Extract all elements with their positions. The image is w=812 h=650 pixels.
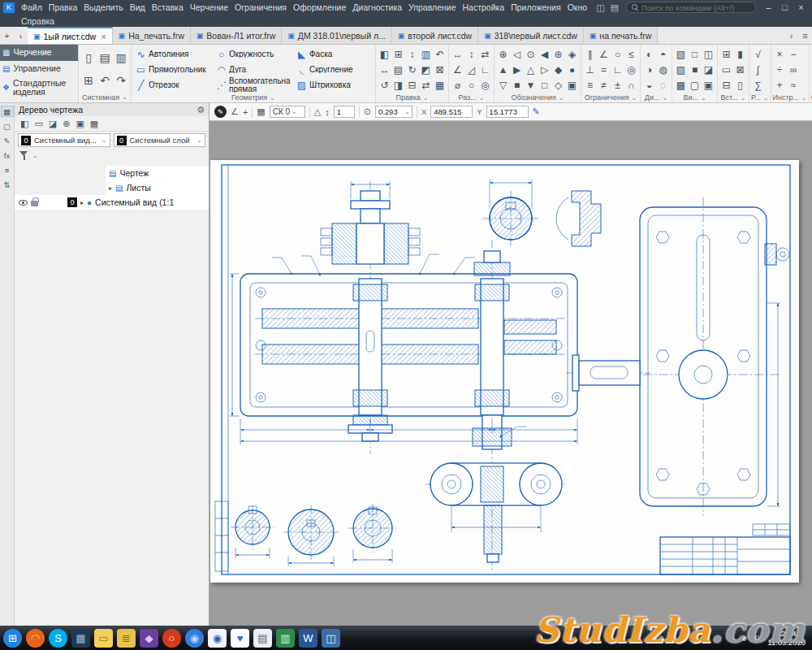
y-input[interactable] — [490, 107, 527, 116]
chevron-down-icon[interactable]: ⌄ — [559, 94, 564, 102]
kompas-icon[interactable]: ◉ — [208, 629, 227, 648]
tabs-scroll-right-button[interactable]: › — [784, 27, 798, 44]
document-tab[interactable]: ▣ на печать.frw × — [584, 27, 659, 44]
tool-icon[interactable]: ◒ — [642, 78, 656, 92]
tool-icon[interactable]: ≈ — [787, 78, 801, 92]
chevron-down-icon[interactable]: ⌄ — [632, 94, 637, 102]
geometry-tool-button[interactable]: ○ Окружность — [214, 46, 293, 62]
tool-icon[interactable]: ⊟ — [405, 78, 419, 92]
geometry-tool-button[interactable]: ╱ Отрезок — [133, 77, 213, 93]
tool-icon[interactable]: ▣ — [565, 78, 579, 92]
tool-icon[interactable]: ≤ — [624, 47, 638, 61]
tool-icon[interactable]: ◀ — [538, 47, 551, 61]
chevron-down-icon[interactable]: ⌄ — [701, 94, 706, 102]
blue-app-icon[interactable]: ◫ — [322, 629, 340, 648]
layer-filter-dropdown[interactable]: 0 Системный слой ⌄ — [114, 133, 206, 147]
tool-icon[interactable]: ∟ — [478, 63, 492, 76]
menu-item[interactable]: Вид — [127, 2, 149, 13]
menu-item[interactable]: Файл — [18, 2, 45, 13]
skype-icon[interactable]: S — [49, 629, 67, 648]
tool-icon[interactable]: ∑ — [751, 78, 765, 92]
tool-icon[interactable]: ∥ — [583, 47, 597, 61]
tool-icon[interactable]: ◆ — [551, 63, 565, 76]
ortho-icon[interactable]: △ — [314, 106, 321, 117]
heart-app-icon[interactable]: ♥ — [231, 629, 249, 648]
tool-icon[interactable]: ▧ — [674, 47, 688, 61]
tool-icon[interactable]: + — [773, 78, 787, 92]
y-coordinate-field[interactable] — [486, 106, 529, 118]
tool-icon[interactable]: ◧ — [378, 47, 391, 61]
visibility-eye-icon[interactable] — [19, 200, 28, 206]
tool-icon[interactable]: ◐ — [642, 47, 656, 61]
tool-icon[interactable]: = — [597, 63, 611, 76]
window-control-button[interactable]: □ — [777, 2, 793, 12]
tool-icon[interactable]: ↶ — [433, 47, 447, 61]
tool-icon[interactable]: ▥ — [114, 51, 128, 65]
tool-icon[interactable]: ◑ — [642, 63, 656, 76]
tool-icon[interactable]: ◎ — [478, 78, 492, 92]
tool-icon[interactable]: △ — [524, 63, 538, 76]
tool-icon[interactable]: ▤ — [98, 51, 112, 65]
tool-icon[interactable]: ◨ — [391, 78, 405, 92]
menu-item[interactable]: Правка — [45, 2, 80, 13]
tool-icon[interactable]: ∠ — [597, 47, 611, 61]
tool-icon[interactable]: ◎ — [624, 63, 638, 76]
tool-icon[interactable]: ▯ — [733, 78, 747, 92]
menu-item[interactable]: Приложения — [508, 2, 564, 13]
panel-tab[interactable]: ❖ Стандартные изделия — [0, 77, 78, 98]
tool-icon[interactable]: ⊞ — [719, 47, 733, 61]
tool-icon[interactable]: ▥ — [419, 47, 433, 61]
scale-icon[interactable]: ↕ — [325, 107, 330, 117]
tool-icon[interactable]: ∩ — [624, 78, 638, 92]
chevron-down-icon[interactable]: ⌄ — [270, 94, 275, 102]
archive-icon[interactable]: ≣ — [117, 629, 136, 648]
tool-icon[interactable]: ⊛ — [551, 47, 565, 61]
layout-toggle-icon[interactable]: ▤ — [608, 2, 621, 13]
panel-tab[interactable]: ▦ Черчение — [0, 45, 78, 61]
tree-row-sheets[interactable]: ▸ ▤ Листы — [106, 180, 209, 195]
tool-icon[interactable]: ▯ — [82, 51, 96, 65]
opera-icon[interactable]: ○ — [162, 629, 181, 648]
tool-icon[interactable]: ± — [611, 78, 624, 92]
menu-item-help[interactable]: Справка — [18, 15, 58, 27]
x-input[interactable] — [434, 107, 471, 116]
window-control-button[interactable]: – — [761, 2, 776, 12]
tool-icon[interactable]: ◁ — [510, 47, 524, 61]
notes-app-icon[interactable]: ▤ — [253, 629, 272, 648]
tool-icon[interactable]: ≠ — [597, 78, 611, 92]
tool-icon[interactable]: ⇄ — [419, 78, 433, 92]
lock-icon[interactable] — [31, 201, 38, 206]
side-strip-icon[interactable]: ≡ — [1, 164, 14, 176]
tool-icon[interactable]: ● — [565, 63, 579, 76]
coordinate-system-dropdown[interactable]: СК 0 ⌄ — [270, 106, 305, 118]
menu-item[interactable]: Окно — [564, 2, 590, 13]
scale-input[interactable] — [337, 107, 352, 116]
tool-icon[interactable]: ∫ — [751, 63, 765, 76]
document-tab[interactable]: ▣ 318\первый лист.cdw × — [478, 27, 584, 44]
angle-snap-icon[interactable]: ∠ — [231, 106, 239, 117]
tree-row-system-view[interactable]: 0 ▸ ● Системный вид (1:1 — [15, 195, 209, 210]
tool-icon[interactable]: ⊞ — [82, 74, 96, 88]
tool-icon[interactable]: ⇄ — [478, 47, 492, 61]
tool-icon[interactable]: ▣ — [702, 78, 715, 92]
document-tab[interactable]: ▣ ДМ 318.01\первый л... × — [282, 27, 391, 44]
tool-icon[interactable]: ⊕ — [496, 47, 510, 61]
tool-icon[interactable]: ∠ — [451, 63, 464, 76]
tool-icon[interactable]: ↻ — [405, 63, 419, 76]
document-tab[interactable]: ▣ второй лист.cdw × — [392, 27, 478, 44]
pointer-mode-button[interactable]: ✎ — [214, 106, 227, 118]
menu-item[interactable]: Оформление — [290, 2, 349, 13]
firefox-icon[interactable]: ◠ — [26, 629, 45, 648]
chevron-down-icon[interactable]: ⌄ — [801, 94, 807, 102]
side-strip-icon[interactable]: ✎ — [1, 135, 14, 146]
folder-icon[interactable]: ▭ — [94, 629, 113, 648]
new-tab-button[interactable]: + — [0, 27, 14, 44]
tool-icon[interactable]: ⌀ — [451, 78, 464, 92]
tool-icon[interactable]: ▢ — [688, 78, 702, 92]
filter-funnel-icon[interactable] — [19, 151, 28, 160]
document-tab[interactable]: ▣ 1ый лист.cdw × — [28, 27, 113, 44]
tool-icon[interactable]: □ — [538, 78, 551, 92]
books-app-icon[interactable]: ▥ — [276, 629, 295, 648]
document-tab[interactable]: ▣ На_печать.frw × — [113, 27, 191, 44]
purple-app-icon[interactable]: ◆ — [140, 629, 158, 648]
